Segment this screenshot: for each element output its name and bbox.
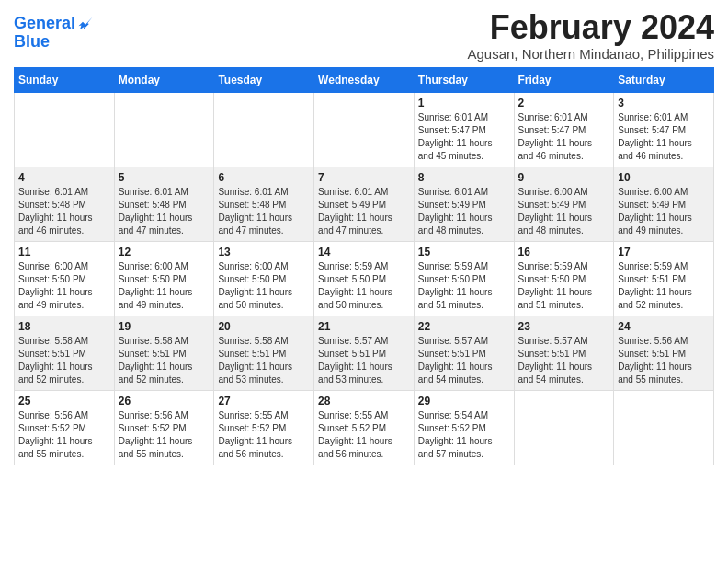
calendar-day-cell: 9Sunrise: 6:00 AMSunset: 5:49 PMDaylight…: [514, 167, 614, 241]
day-info: Sunrise: 5:59 AMSunset: 5:50 PMDaylight:…: [518, 260, 610, 312]
day-number: 21: [318, 320, 410, 333]
logo-text: General: [14, 15, 75, 33]
day-info: Sunrise: 5:57 AMSunset: 5:51 PMDaylight:…: [518, 335, 610, 386]
logo: General Blue: [14, 15, 94, 52]
calendar-day-cell: 21Sunrise: 5:57 AMSunset: 5:51 PMDayligh…: [314, 316, 415, 390]
calendar-day-cell: 3Sunrise: 6:01 AMSunset: 5:47 PMDaylight…: [614, 92, 714, 167]
day-info: Sunrise: 5:59 AMSunset: 5:51 PMDaylight:…: [618, 260, 710, 312]
calendar-day-cell: 7Sunrise: 6:01 AMSunset: 5:49 PMDaylight…: [314, 167, 415, 241]
day-number: 12: [119, 246, 210, 259]
calendar-day-cell: 1Sunrise: 6:01 AMSunset: 5:47 PMDaylight…: [414, 92, 514, 167]
day-info: Sunrise: 6:00 AMSunset: 5:50 PMDaylight:…: [119, 260, 210, 312]
calendar-week-row: 11Sunrise: 6:00 AMSunset: 5:50 PMDayligh…: [15, 241, 714, 316]
day-number: 6: [218, 171, 310, 184]
day-info: Sunrise: 6:00 AMSunset: 5:50 PMDaylight:…: [218, 260, 310, 312]
calendar-day-cell: 4Sunrise: 6:01 AMSunset: 5:48 PMDaylight…: [15, 167, 115, 241]
calendar-day-cell: 10Sunrise: 6:00 AMSunset: 5:49 PMDayligh…: [614, 167, 714, 241]
day-number: 15: [418, 246, 510, 259]
day-info: Sunrise: 6:01 AMSunset: 5:48 PMDaylight:…: [218, 186, 310, 237]
header: General Blue February 2024 Agusan, North…: [14, 9, 714, 62]
day-info: Sunrise: 6:00 AMSunset: 5:50 PMDaylight:…: [18, 260, 110, 312]
day-info: Sunrise: 5:56 AMSunset: 5:52 PMDaylight:…: [119, 409, 210, 461]
day-info: Sunrise: 6:01 AMSunset: 5:49 PMDaylight:…: [418, 186, 510, 237]
day-info: Sunrise: 5:59 AMSunset: 5:50 PMDaylight:…: [318, 260, 410, 312]
day-number: 4: [18, 171, 110, 184]
day-of-week-header: Monday: [114, 67, 214, 92]
day-number: 11: [18, 246, 110, 259]
day-number: 3: [618, 97, 710, 109]
calendar-day-cell: 28Sunrise: 5:55 AMSunset: 5:52 PMDayligh…: [314, 390, 415, 465]
calendar-day-cell: 12Sunrise: 6:00 AMSunset: 5:50 PMDayligh…: [114, 241, 214, 316]
day-number: 19: [119, 320, 210, 333]
day-of-week-header: Saturday: [614, 67, 714, 92]
day-of-week-header: Thursday: [414, 67, 514, 92]
calendar-day-cell: 16Sunrise: 5:59 AMSunset: 5:50 PMDayligh…: [514, 241, 614, 316]
day-number: 23: [518, 320, 610, 333]
day-number: 13: [218, 246, 310, 259]
calendar-day-cell: 6Sunrise: 6:01 AMSunset: 5:48 PMDaylight…: [214, 167, 314, 241]
day-number: 14: [318, 246, 410, 259]
day-info: Sunrise: 6:01 AMSunset: 5:49 PMDaylight:…: [318, 186, 410, 237]
calendar-header-row: SundayMondayTuesdayWednesdayThursdayFrid…: [15, 67, 714, 92]
day-info: Sunrise: 5:57 AMSunset: 5:51 PMDaylight:…: [418, 335, 510, 386]
calendar-day-cell: [15, 92, 115, 167]
day-number: 20: [218, 320, 310, 333]
calendar-day-cell: 29Sunrise: 5:54 AMSunset: 5:52 PMDayligh…: [414, 390, 514, 465]
calendar-day-cell: [514, 390, 614, 465]
day-number: 1: [418, 97, 510, 109]
calendar-day-cell: [314, 92, 415, 167]
calendar-table: SundayMondayTuesdayWednesdayThursdayFrid…: [14, 67, 714, 465]
day-info: Sunrise: 5:58 AMSunset: 5:51 PMDaylight:…: [119, 335, 210, 386]
calendar-day-cell: [214, 92, 314, 167]
calendar-day-cell: 8Sunrise: 6:01 AMSunset: 5:49 PMDaylight…: [414, 167, 514, 241]
day-info: Sunrise: 5:58 AMSunset: 5:51 PMDaylight:…: [218, 335, 310, 386]
calendar-day-cell: 24Sunrise: 5:56 AMSunset: 5:51 PMDayligh…: [614, 316, 714, 390]
calendar-day-cell: 18Sunrise: 5:58 AMSunset: 5:51 PMDayligh…: [15, 316, 115, 390]
day-info: Sunrise: 6:00 AMSunset: 5:49 PMDaylight:…: [518, 186, 610, 237]
calendar-week-row: 25Sunrise: 5:56 AMSunset: 5:52 PMDayligh…: [15, 390, 714, 465]
calendar-day-cell: 11Sunrise: 6:00 AMSunset: 5:50 PMDayligh…: [15, 241, 115, 316]
day-number: 28: [318, 395, 410, 408]
logo-general: General: [14, 14, 75, 32]
day-of-week-header: Friday: [514, 67, 614, 92]
day-number: 2: [518, 97, 610, 109]
day-info: Sunrise: 5:58 AMSunset: 5:51 PMDaylight:…: [18, 335, 110, 386]
day-info: Sunrise: 6:00 AMSunset: 5:49 PMDaylight:…: [618, 186, 710, 237]
calendar-week-row: 4Sunrise: 6:01 AMSunset: 5:48 PMDaylight…: [15, 167, 714, 241]
calendar-day-cell: 26Sunrise: 5:56 AMSunset: 5:52 PMDayligh…: [114, 390, 214, 465]
calendar-day-cell: 27Sunrise: 5:55 AMSunset: 5:52 PMDayligh…: [214, 390, 314, 465]
day-number: 8: [418, 171, 510, 184]
day-of-week-header: Tuesday: [214, 67, 314, 92]
day-of-week-header: Sunday: [15, 67, 115, 92]
day-info: Sunrise: 6:01 AMSunset: 5:47 PMDaylight:…: [418, 111, 510, 163]
day-info: Sunrise: 6:01 AMSunset: 5:48 PMDaylight:…: [18, 186, 110, 237]
title-area: February 2024 Agusan, Northern Mindanao,…: [468, 9, 715, 62]
day-number: 5: [119, 171, 210, 184]
calendar-day-cell: 23Sunrise: 5:57 AMSunset: 5:51 PMDayligh…: [514, 316, 614, 390]
calendar-week-row: 1Sunrise: 6:01 AMSunset: 5:47 PMDaylight…: [15, 92, 714, 167]
calendar-day-cell: 17Sunrise: 5:59 AMSunset: 5:51 PMDayligh…: [614, 241, 714, 316]
day-info: Sunrise: 5:55 AMSunset: 5:52 PMDaylight:…: [218, 409, 310, 461]
logo-blue: Blue: [14, 33, 94, 52]
day-info: Sunrise: 5:59 AMSunset: 5:50 PMDaylight:…: [418, 260, 510, 312]
day-info: Sunrise: 5:56 AMSunset: 5:52 PMDaylight:…: [18, 409, 110, 461]
day-number: 18: [18, 320, 110, 333]
day-number: 16: [518, 246, 610, 259]
calendar-day-cell: 5Sunrise: 6:01 AMSunset: 5:48 PMDaylight…: [114, 167, 214, 241]
calendar-day-cell: 15Sunrise: 5:59 AMSunset: 5:50 PMDayligh…: [414, 241, 514, 316]
calendar-day-cell: [114, 92, 214, 167]
day-of-week-header: Wednesday: [314, 67, 415, 92]
calendar-day-cell: 13Sunrise: 6:00 AMSunset: 5:50 PMDayligh…: [214, 241, 314, 316]
calendar-day-cell: 25Sunrise: 5:56 AMSunset: 5:52 PMDayligh…: [15, 390, 115, 465]
day-info: Sunrise: 5:55 AMSunset: 5:52 PMDaylight:…: [318, 409, 410, 461]
calendar-day-cell: 20Sunrise: 5:58 AMSunset: 5:51 PMDayligh…: [214, 316, 314, 390]
calendar-day-cell: [614, 390, 714, 465]
calendar-day-cell: 2Sunrise: 6:01 AMSunset: 5:47 PMDaylight…: [514, 92, 614, 167]
calendar-week-row: 18Sunrise: 5:58 AMSunset: 5:51 PMDayligh…: [15, 316, 714, 390]
day-number: 27: [218, 395, 310, 408]
day-number: 17: [618, 246, 710, 259]
calendar-day-cell: 14Sunrise: 5:59 AMSunset: 5:50 PMDayligh…: [314, 241, 415, 316]
day-number: 24: [618, 320, 710, 333]
day-info: Sunrise: 6:01 AMSunset: 5:47 PMDaylight:…: [618, 111, 710, 163]
day-number: 9: [518, 171, 610, 184]
